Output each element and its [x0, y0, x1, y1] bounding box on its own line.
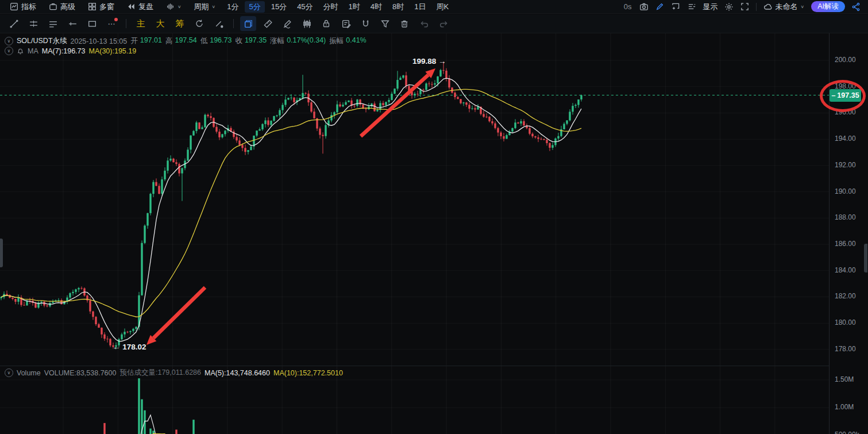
candle [557, 136, 559, 139]
price-tick-label: 184.00 [835, 266, 856, 274]
price-tick-label: 190.00 [835, 187, 856, 195]
candle [247, 150, 249, 152]
advanced-label: 高级 [60, 2, 75, 12]
period-tab-45m[interactable]: 45分 [293, 1, 317, 13]
lock-tool[interactable] [318, 16, 334, 31]
period-tab-15m[interactable]: 15分 [267, 1, 291, 13]
candle [500, 133, 501, 136]
candle [382, 103, 384, 105]
parallel-channel-tool[interactable] [45, 16, 61, 31]
display-settings-button[interactable]: 显示 [701, 1, 720, 13]
collapse-chevron-icon[interactable]: ∨ [5, 47, 13, 55]
rewind-icon [127, 2, 136, 11]
period-tab-8h[interactable]: 8时 [388, 1, 408, 13]
share-icon[interactable] [848, 1, 863, 13]
period-dropdown[interactable]: 周期 ∨ [189, 1, 221, 13]
draw-pencil-icon[interactable] [653, 1, 668, 13]
trash-tool[interactable] [396, 16, 412, 31]
candle [336, 105, 338, 113]
candle [342, 105, 344, 106]
volume-legend-row: ∨ Volume VOLUME:83,538.7600 预估成交量:179,01… [5, 368, 343, 378]
horizontal-ray-tool[interactable] [64, 16, 80, 31]
chart-style-dropdown[interactable]: ∨ [161, 1, 187, 13]
period-tab-intraday[interactable]: 分时 [319, 1, 342, 13]
low-label: 低 [200, 36, 208, 46]
candle [92, 312, 94, 317]
main-chart-toggle[interactable]: 主 [133, 16, 149, 31]
candle-pattern-tool[interactable] [299, 16, 315, 31]
select-copy-tool[interactable] [240, 16, 256, 31]
collapse-chevron-icon[interactable]: ∨ [5, 368, 13, 377]
brush-tool[interactable] [279, 16, 295, 31]
period-tab-1m[interactable]: 1分 [223, 1, 242, 13]
add-frame-icon[interactable] [669, 1, 684, 13]
filter-tool[interactable] [377, 16, 393, 31]
horizontal-lines-tool[interactable] [25, 16, 41, 31]
pane-divider[interactable] [0, 366, 829, 366]
gear-icon[interactable] [722, 1, 736, 13]
candle [101, 328, 102, 335]
candle [250, 147, 252, 150]
volume-tick-label: 500.00k [835, 431, 859, 434]
more-tools-button[interactable]: ⋯ [103, 16, 119, 31]
candle [304, 93, 306, 94]
advanced-button[interactable]: 高级 [44, 1, 80, 13]
period-tab-5m[interactable]: 5分 [245, 1, 264, 13]
collapse-chevron-icon[interactable]: ∨ [5, 37, 13, 45]
eraser-tool[interactable] [260, 16, 276, 31]
candle [60, 300, 62, 304]
layout-dropdown[interactable]: 未命名 ∨ [760, 1, 808, 13]
volume-bar [103, 423, 105, 434]
chips-toggle[interactable]: 筹 [172, 16, 188, 31]
trend-line-tool[interactable] [6, 16, 22, 31]
undo-button[interactable] [416, 16, 432, 31]
ai-interpret-button[interactable]: AI解读 [811, 1, 845, 12]
tag-dash: – [831, 91, 835, 99]
candle [181, 168, 183, 173]
price-tick-label: 192.00 [835, 161, 856, 169]
candle [270, 121, 272, 125]
rectangle-tool[interactable] [84, 16, 100, 31]
trading-app-window: 指标 高级 多窗 复盘 ∨ 周期 ∨ 1分 5分 15分 45分 分时 1时 4… [0, 0, 868, 434]
candle [23, 305, 25, 306]
multi-window-button[interactable]: 多窗 [83, 1, 119, 13]
last-price-tag: – 197.35 [830, 89, 861, 102]
candle [169, 159, 171, 160]
candle [149, 194, 151, 213]
indicators-button[interactable]: 指标 [5, 1, 41, 13]
object-tree-icon[interactable] [685, 1, 700, 13]
candle [69, 293, 71, 298]
fullscreen-icon[interactable] [738, 1, 753, 13]
candle [388, 100, 389, 102]
bell-icon[interactable] [17, 47, 24, 55]
candle [261, 124, 263, 129]
candle [6, 294, 7, 295]
candle [319, 129, 321, 135]
period-tab-1d[interactable]: 1日 [410, 1, 430, 13]
candle [465, 102, 467, 105]
magnet-tool[interactable] [357, 16, 373, 31]
period-tab-4h[interactable]: 4时 [367, 1, 386, 13]
multi-window-icon [88, 2, 97, 11]
price-tick-label: 186.00 [835, 240, 856, 248]
bar-datetime: 2025-10-13 15:05 [71, 37, 128, 45]
camera-icon[interactable] [636, 1, 651, 13]
big-chart-toggle[interactable]: 大 [152, 16, 168, 31]
right-scroll-handle[interactable] [864, 244, 867, 272]
candle [448, 78, 450, 87]
period-tab-1w[interactable]: 周K [433, 1, 453, 13]
candle [135, 327, 137, 329]
candle [178, 164, 180, 173]
replay-button[interactable]: 复盘 [122, 1, 159, 13]
redo-button[interactable] [435, 16, 452, 31]
period-tab-1h[interactable]: 1时 [345, 1, 364, 13]
line-star-tool[interactable] [211, 16, 227, 31]
countdown-timer: 0s [624, 2, 632, 11]
price-tick-label: 188.00 [835, 213, 856, 221]
candle [172, 159, 174, 162]
refresh-cycle-tool[interactable] [191, 16, 207, 31]
amplitude-value: 0.41% [346, 36, 366, 46]
close-value: 197.35 [245, 36, 267, 46]
template-edit-tool[interactable] [338, 16, 354, 31]
left-scroll-handle[interactable] [0, 239, 3, 267]
